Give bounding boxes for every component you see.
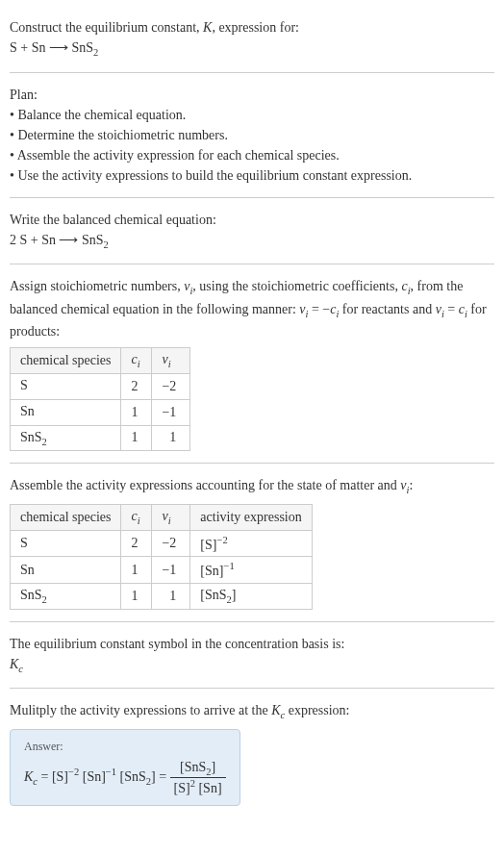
divider <box>10 463 494 464</box>
col-species: chemical species <box>11 348 121 374</box>
table-row: SnS2 1 1 <box>11 425 190 451</box>
stoich-section: Assign stoichiometric numbers, νi, using… <box>10 268 494 459</box>
cell-c: 1 <box>121 399 152 425</box>
fraction-denominator: [S]2 [Sn] <box>170 778 226 796</box>
table-row: Sn 1 −1 <box>11 399 190 425</box>
cell-nu: −2 <box>152 530 190 557</box>
divider <box>10 197 494 198</box>
col-c: ci <box>121 348 152 374</box>
cell-nu: 1 <box>152 584 190 610</box>
equation-text: S + Sn ⟶ SnS <box>10 40 93 55</box>
fraction-numerator: [SnS2] <box>170 760 226 778</box>
activity-section: Assemble the activity expressions accoun… <box>10 467 494 616</box>
title-text-1: Construct the equilibrium constant, <box>10 20 203 35</box>
activity-intro-1: Assemble the activity expressions accoun… <box>10 478 400 492</box>
cell-species: SnS2 <box>11 425 121 451</box>
answer-term3-close: ] = <box>151 769 170 784</box>
rel2-eq: = <box>444 302 459 316</box>
multiply-K: K <box>271 703 280 717</box>
plan-heading: Plan: <box>10 85 494 105</box>
cell-nu: 1 <box>152 425 190 451</box>
multiply-section: Mulitply the activity expressions to arr… <box>10 692 494 814</box>
cell-expr: [S]−2 <box>190 530 312 557</box>
col-species: chemical species <box>11 504 121 530</box>
cell-species: S <box>11 373 121 399</box>
stoich-intro-1: Assign stoichiometric numbers, <box>10 279 184 293</box>
col-expr: activity expression <box>190 504 312 530</box>
question-header: Construct the equilibrium constant, K, e… <box>10 10 494 68</box>
stoich-intro-2: , using the stoichiometric coefficients, <box>192 279 401 293</box>
cell-species: S <box>11 530 121 557</box>
cell-species: Sn <box>11 557 121 584</box>
cell-species: Sn <box>11 399 121 425</box>
table-row: Sn 1 −1 [Sn]−1 <box>11 557 313 584</box>
multiply-intro: Mulitply the activity expressions to arr… <box>10 700 494 723</box>
answer-label: Answer: <box>24 740 226 754</box>
cell-c: 1 <box>121 584 152 610</box>
balanced-section: Write the balanced chemical equation: 2 … <box>10 202 494 261</box>
answer-eq: = <box>38 769 52 784</box>
plan-bullet-2: • Determine the stoichiometric numbers. <box>10 125 494 145</box>
cell-c: 1 <box>121 425 152 451</box>
stoich-intro: Assign stoichiometric numbers, νi, using… <box>10 276 494 341</box>
activity-intro-2: : <box>409 478 413 492</box>
cell-nu: −1 <box>152 399 190 425</box>
activity-table: chemical species ci νi activity expressi… <box>10 504 313 610</box>
symbol-value: Kc <box>10 654 494 677</box>
plan-bullet-4: • Use the activity expressions to build … <box>10 165 494 186</box>
symbol-section: The equilibrium constant symbol in the c… <box>10 626 494 685</box>
cell-c: 2 <box>121 373 152 399</box>
multiply-text-1: Mulitply the activity expressions to arr… <box>10 703 271 717</box>
answer-box: Answer: Kc = [S]−2 [Sn]−1 [SnS2] = [SnS2… <box>10 729 240 806</box>
cell-species: SnS2 <box>11 584 121 610</box>
answer-term2-sup: −1 <box>106 767 116 777</box>
plan-bullet-3: • Assemble the activity expression for e… <box>10 145 494 165</box>
stoich-table: chemical species ci νi S 2 −2 Sn 1 −1 Sn… <box>10 347 190 451</box>
multiply-text-2: expression: <box>285 703 349 717</box>
rel1-eq: = − <box>308 302 330 316</box>
table-header-row: chemical species ci νi activity expressi… <box>11 504 313 530</box>
question-title: Construct the equilibrium constant, K, e… <box>10 17 494 38</box>
equation-sub: 2 <box>93 47 98 58</box>
cell-expr: [Sn]−1 <box>190 557 312 584</box>
balanced-equation: 2 S + Sn ⟶ SnS2 <box>10 230 494 253</box>
activity-intro: Assemble the activity expressions accoun… <box>10 475 494 498</box>
K-sub: c <box>18 664 23 674</box>
col-c: ci <box>121 504 152 530</box>
divider <box>10 688 494 689</box>
stoich-intro-4: for reactants and <box>339 302 435 316</box>
answer-fraction: [SnS2] [S]2 [Sn] <box>170 760 226 795</box>
title-text-2: , expression for: <box>212 20 299 35</box>
table-row: SnS2 1 1 [SnS2] <box>11 584 313 610</box>
question-equation: S + Sn ⟶ SnS2 <box>10 38 494 61</box>
cell-nu: −2 <box>152 373 190 399</box>
divider <box>10 72 494 73</box>
table-header-row: chemical species ci νi <box>11 348 190 374</box>
col-nu: νi <box>152 504 190 530</box>
plan-section: Plan: • Balance the chemical equation. •… <box>10 77 494 193</box>
answer-term3: [SnS <box>116 769 146 784</box>
answer-K: K <box>24 769 33 784</box>
K-symbol: K <box>10 657 18 671</box>
divider <box>10 621 494 622</box>
table-row: S 2 −2 [S]−2 <box>11 530 313 557</box>
cell-nu: −1 <box>152 557 190 584</box>
title-K: K <box>203 20 212 35</box>
cell-c: 1 <box>121 557 152 584</box>
answer-expression: Kc = [S]−2 [Sn]−1 [SnS2] = [SnS2] [S]2 [… <box>24 760 226 795</box>
answer-term2: [Sn] <box>79 769 106 784</box>
table-row: S 2 −2 <box>11 373 190 399</box>
plan-bullet-1: • Balance the chemical equation. <box>10 105 494 125</box>
answer-term1: [S] <box>52 769 68 784</box>
cell-c: 2 <box>121 530 152 557</box>
balanced-eq-sub: 2 <box>104 239 109 249</box>
cell-expr: [SnS2] <box>190 584 312 610</box>
balanced-eq-text: 2 S + Sn ⟶ SnS <box>10 233 104 247</box>
symbol-intro: The equilibrium constant symbol in the c… <box>10 634 494 654</box>
col-nu: νi <box>152 348 190 374</box>
balanced-intro: Write the balanced chemical equation: <box>10 210 494 230</box>
divider <box>10 264 494 264</box>
answer-term1-sup: −2 <box>68 767 79 777</box>
